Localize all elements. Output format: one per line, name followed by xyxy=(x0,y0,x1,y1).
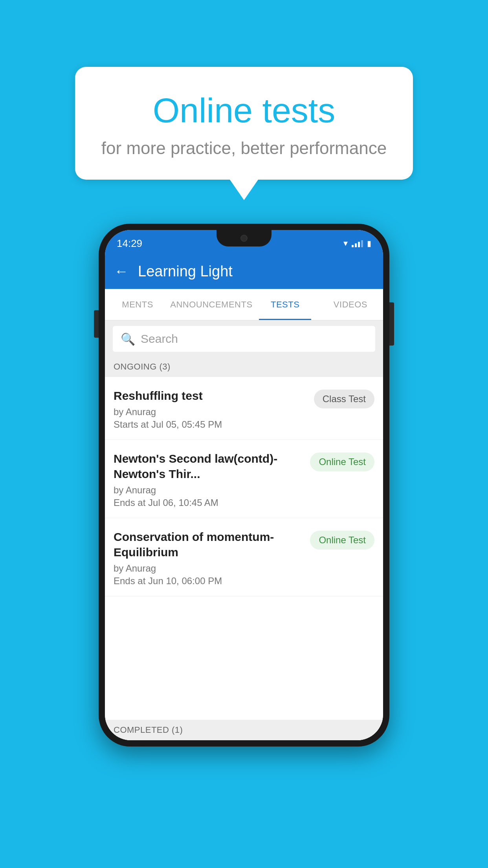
speech-bubble-title: Online tests xyxy=(99,90,389,131)
completed-section-header: COMPLETED (1) xyxy=(105,720,383,740)
test-badge-3: Online Test xyxy=(310,531,374,550)
test-list: Reshuffling test by Anurag Starts at Jul… xyxy=(105,377,383,740)
ongoing-section-header: ONGOING (3) xyxy=(105,357,383,377)
test-date-2: Ends at Jul 06, 10:45 AM xyxy=(114,497,304,508)
signal-bar-3 xyxy=(358,242,360,247)
search-container: 🔍 Search xyxy=(105,320,383,357)
speech-bubble-arrow xyxy=(230,180,258,200)
signal-bar-2 xyxy=(355,243,357,247)
tab-announcements[interactable]: ANNOUNCEMENTS xyxy=(170,289,252,320)
speech-bubble-subtitle: for more practice, better performance xyxy=(99,138,389,158)
search-placeholder: Search xyxy=(141,332,178,346)
test-author-3: by Anurag xyxy=(114,563,304,574)
test-date-3: Ends at Jun 10, 06:00 PM xyxy=(114,576,304,587)
speech-bubble-container: Online tests for more practice, better p… xyxy=(75,67,413,200)
phone-wrapper: 14:29 ▾ ▮ ← Learning Light xyxy=(99,224,389,747)
phone-notch xyxy=(216,230,272,246)
ongoing-label: ONGOING (3) xyxy=(114,362,171,372)
tab-tests[interactable]: TESTS xyxy=(253,289,318,320)
phone-screen: 14:29 ▾ ▮ ← Learning Light xyxy=(105,230,383,740)
completed-label: COMPLETED (1) xyxy=(114,725,183,735)
tab-videos[interactable]: VIDEOS xyxy=(318,289,383,320)
status-icons: ▾ ▮ xyxy=(343,238,371,248)
test-badge-1: Class Test xyxy=(314,390,374,408)
wifi-icon: ▾ xyxy=(343,238,348,248)
app-title: Learning Light xyxy=(138,263,233,280)
list-item[interactable]: Newton's Second law(contd)-Newton's Thir… xyxy=(105,440,383,518)
test-info-2: Newton's Second law(contd)-Newton's Thir… xyxy=(114,451,304,508)
signal-bars-icon xyxy=(352,239,363,247)
test-date-1: Starts at Jul 05, 05:45 PM xyxy=(114,419,308,430)
status-time: 14:29 xyxy=(117,237,142,250)
test-name-1: Reshuffling test xyxy=(114,388,308,403)
test-info-3: Conservation of momentum-Equilibrium by … xyxy=(114,529,304,587)
speech-bubble: Online tests for more practice, better p… xyxy=(75,67,413,180)
test-badge-2: Online Test xyxy=(310,452,374,471)
search-bar[interactable]: 🔍 Search xyxy=(113,326,375,352)
tab-ments[interactable]: MENTS xyxy=(105,289,170,320)
phone-outer: 14:29 ▾ ▮ ← Learning Light xyxy=(99,224,389,747)
test-name-3: Conservation of momentum-Equilibrium xyxy=(114,529,304,560)
battery-icon: ▮ xyxy=(367,239,371,248)
test-author-2: by Anurag xyxy=(114,485,304,496)
list-item[interactable]: Reshuffling test by Anurag Starts at Jul… xyxy=(105,377,383,440)
camera xyxy=(240,235,248,242)
signal-bar-1 xyxy=(352,245,354,247)
tabs-container: MENTS ANNOUNCEMENTS TESTS VIDEOS xyxy=(105,289,383,320)
test-author-1: by Anurag xyxy=(114,406,308,417)
list-item[interactable]: Conservation of momentum-Equilibrium by … xyxy=(105,518,383,596)
signal-bar-4 xyxy=(361,240,363,247)
app-header: ← Learning Light xyxy=(105,254,383,289)
search-icon: 🔍 xyxy=(121,332,135,346)
back-button[interactable]: ← xyxy=(114,263,128,280)
test-info-1: Reshuffling test by Anurag Starts at Jul… xyxy=(114,388,308,430)
test-name-2: Newton's Second law(contd)-Newton's Thir… xyxy=(114,451,304,482)
